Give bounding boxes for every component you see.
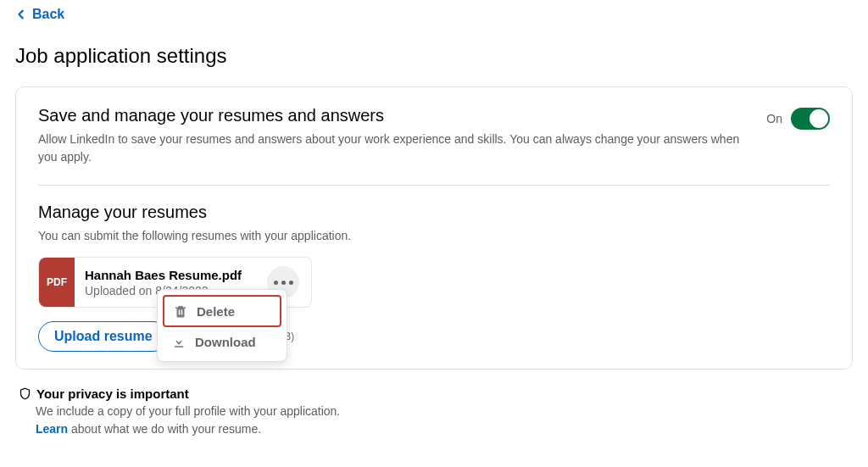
manage-resumes-title: Manage your resumes <box>38 203 830 222</box>
toggle-knob <box>810 109 828 128</box>
save-resumes-toggle[interactable] <box>791 108 830 130</box>
save-manage-text: Save and manage your resumes and answers… <box>38 106 749 166</box>
privacy-title: Your privacy is important <box>36 386 189 401</box>
save-manage-section: Save and manage your resumes and answers… <box>38 106 830 166</box>
chevron-left-icon <box>15 8 27 20</box>
save-manage-title: Save and manage your resumes and answers <box>38 106 749 125</box>
learn-link[interactable]: Learn <box>36 422 68 436</box>
settings-card: Save and manage your resumes and answers… <box>15 86 853 370</box>
resume-actions-dropdown: Delete Download <box>157 289 287 362</box>
privacy-section: Your privacy is important We include a c… <box>15 386 853 438</box>
dots-icon <box>281 281 286 285</box>
page-title: Job application settings <box>15 44 853 68</box>
download-label: Download <box>195 335 256 349</box>
upload-resume-button[interactable]: Upload resume <box>38 321 169 352</box>
delete-resume-item[interactable]: Delete <box>163 295 281 327</box>
toggle-group: On <box>766 106 830 130</box>
manage-resumes-section: Manage your resumes You can submit the f… <box>38 203 830 352</box>
delete-label: Delete <box>197 304 235 319</box>
privacy-body: We include a copy of your full profile w… <box>36 403 849 438</box>
resume-filename: Hannah Baes Resume.pdf <box>85 268 242 282</box>
section-divider <box>38 185 830 186</box>
save-manage-description: Allow LinkedIn to save your resumes and … <box>38 131 749 166</box>
back-label: Back <box>32 7 64 22</box>
pdf-badge: PDF <box>39 258 75 307</box>
shield-icon <box>19 387 31 400</box>
download-icon <box>171 334 186 349</box>
toggle-state-label: On <box>766 112 782 125</box>
trash-icon <box>173 303 188 319</box>
privacy-title-row: Your privacy is important <box>19 386 849 401</box>
download-resume-item[interactable]: Download <box>163 327 281 356</box>
manage-resumes-description: You can submit the following resumes wit… <box>38 227 830 245</box>
privacy-learn-rest: about what we do with your resume. <box>68 422 261 436</box>
privacy-description: We include a copy of your full profile w… <box>36 404 340 418</box>
back-link[interactable]: Back <box>15 3 64 25</box>
dots-icon <box>274 281 278 285</box>
dots-icon <box>289 281 293 285</box>
